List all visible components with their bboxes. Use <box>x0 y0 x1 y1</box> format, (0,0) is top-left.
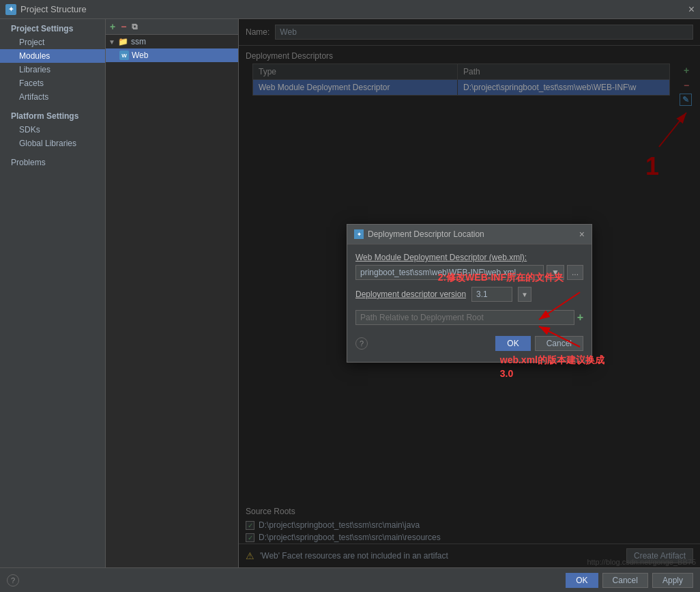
bottom-help-button[interactable]: ? <box>7 574 19 587</box>
sidebar-section-project-settings: Project Settings <box>0 22 105 36</box>
path-add-button[interactable]: + <box>577 311 583 324</box>
app-icon: ✦ <box>5 4 16 15</box>
modal-dialog: ✦ Deployment Descriptor Location × Web M… <box>347 224 592 363</box>
modal-close-button[interactable]: × <box>579 229 585 240</box>
sidebar-item-global-libraries[interactable]: Global Libraries <box>0 137 105 150</box>
path-relative-input[interactable] <box>355 310 574 325</box>
sidebar-item-problems[interactable]: Problems <box>0 156 105 169</box>
tree-toolbar: + − ⧉ <box>106 19 238 35</box>
sidebar-item-artifacts[interactable]: Artifacts <box>0 90 105 104</box>
sidebar-item-facets[interactable]: Facets <box>0 76 105 90</box>
sidebar-item-libraries[interactable]: Libraries <box>0 63 105 76</box>
modal-title-icon: ✦ <box>354 229 364 239</box>
tree-expand-icon: ▼ <box>108 38 115 46</box>
content-area: Name: Deployment Descriptors Type Path W… <box>239 19 700 567</box>
modal-browse-button[interactable]: ... <box>567 265 583 280</box>
modal-title-bar: ✦ Deployment Descriptor Location × <box>347 225 592 244</box>
modal-overlay: 2:修改WEB-INF所在的文件夹 web.xml的版本建议换成3.0 <box>239 19 700 567</box>
chinese-annotation-2: web.xml的版本建议换成3.0 <box>500 354 604 380</box>
modal-buttons: OK Cancel <box>495 333 583 354</box>
window-close-button[interactable]: × <box>688 3 695 16</box>
modal-body: Web Module Deployment Descriptor (web.xm… <box>347 244 592 362</box>
modal-version-label: Deployment descriptor version <box>355 290 466 299</box>
chinese-annotation-1: 2:修改WEB-INF所在的文件夹 <box>438 272 564 284</box>
sidebar-section-platform-settings: Platform Settings <box>0 109 105 123</box>
modal-cancel-button[interactable]: Cancel <box>535 336 583 351</box>
modal-version-dropdown[interactable]: ▼ <box>518 287 531 302</box>
modal-field-label: Web Module Deployment Descriptor (web.xm… <box>355 253 583 262</box>
tree-node-web[interactable]: W Web <box>106 48 238 62</box>
sidebar-item-project[interactable]: Project <box>0 36 105 49</box>
tree-remove-button[interactable]: − <box>119 21 128 32</box>
sidebar-item-modules[interactable]: Modules <box>0 49 105 63</box>
web-module-icon: W <box>119 51 129 60</box>
path-relative-bar: + <box>355 310 583 325</box>
title-bar: ✦ Project Structure × <box>0 0 700 19</box>
modal-title-text: Deployment Descriptor Location <box>368 229 484 239</box>
bottom-apply-button[interactable]: Apply <box>652 573 693 588</box>
bottom-cancel-button[interactable]: Cancel <box>602 573 648 588</box>
modal-ok-button[interactable]: OK <box>495 336 530 351</box>
tree-panel: + − ⧉ ▼ 📁 ssm W Web <box>106 19 239 567</box>
modal-buttons-bar: ? OK Cancel <box>355 333 583 354</box>
folder-icon: 📁 <box>118 37 128 46</box>
tree-node-ssm[interactable]: ▼ 📁 ssm <box>106 35 238 48</box>
sidebar-item-sdks[interactable]: SDKs <box>0 123 105 137</box>
tree-copy-button[interactable]: ⧉ <box>130 22 139 31</box>
modal-version-row: Deployment descriptor version ▼ <box>355 287 583 302</box>
bottom-ok-button[interactable]: OK <box>566 573 598 588</box>
sidebar: Project Settings Project Modules Librari… <box>0 19 106 567</box>
modal-help-button[interactable]: ? <box>355 337 368 350</box>
modal-version-input[interactable] <box>471 287 512 302</box>
tree-add-button[interactable]: + <box>108 21 117 32</box>
window-title: Project Structure <box>20 4 87 14</box>
bottom-bar: ? OK Cancel Apply <box>0 567 700 592</box>
